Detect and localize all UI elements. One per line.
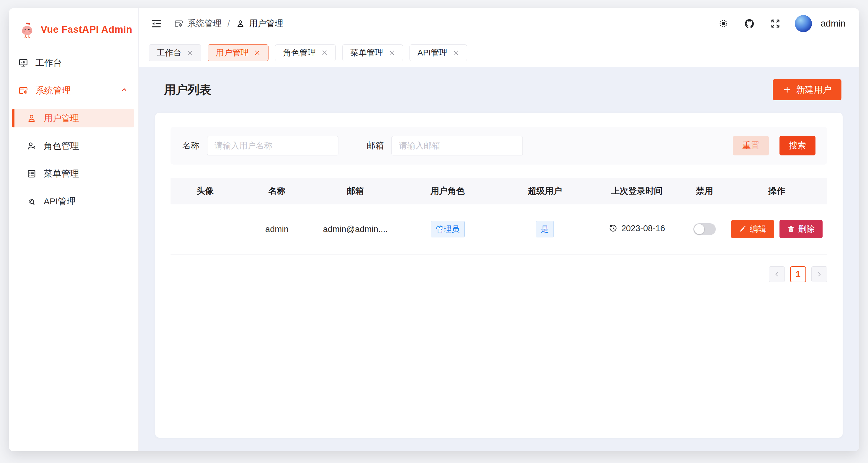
trash-icon bbox=[787, 225, 795, 233]
top-header: 系统管理 / 用户管理 bbox=[139, 8, 859, 39]
close-icon[interactable] bbox=[254, 49, 260, 56]
user-icon bbox=[27, 113, 37, 123]
sidebar-menu: 工作台 系统管理 用户管理 bbox=[9, 54, 138, 220]
tab-label: 菜单管理 bbox=[350, 47, 383, 58]
prev-page-button[interactable] bbox=[769, 266, 785, 282]
email-filter-label: 邮箱 bbox=[367, 140, 384, 152]
app-title: Vue FastAPI Admin bbox=[41, 24, 132, 35]
delete-button[interactable]: 删除 bbox=[779, 220, 823, 238]
disabled-cell bbox=[683, 204, 726, 254]
user-list-panel: 名称 邮箱 重置 搜索 头像 名称 邮箱 bbox=[155, 113, 843, 438]
sidebar-item-menus[interactable]: 菜单管理 bbox=[12, 165, 134, 183]
last-login-value: 2023-08-16 bbox=[621, 224, 665, 233]
actions-cell: 编辑 删除 bbox=[726, 204, 827, 254]
menu-list-icon bbox=[27, 169, 37, 179]
breadcrumb-item-users[interactable]: 用户管理 bbox=[236, 18, 283, 30]
api-plug-icon bbox=[27, 196, 37, 206]
workbench-icon bbox=[18, 58, 28, 68]
sidebar-item-users[interactable]: 用户管理 bbox=[12, 109, 134, 127]
col-actions: 操作 bbox=[726, 178, 827, 204]
tab-label: 用户管理 bbox=[216, 47, 249, 58]
col-name: 名称 bbox=[240, 178, 314, 204]
add-user-label: 新建用户 bbox=[796, 84, 831, 96]
sidebar-item-workbench[interactable]: 工作台 bbox=[12, 54, 134, 72]
tab-menus[interactable]: 菜单管理 bbox=[342, 44, 403, 61]
toggle-knob bbox=[694, 224, 704, 234]
tab-users[interactable]: 用户管理 bbox=[208, 44, 269, 61]
app-window: Vue FastAPI Admin 工作台 系统管理 bbox=[9, 8, 859, 451]
edit-button[interactable]: 编辑 bbox=[731, 220, 774, 238]
breadcrumb-separator: / bbox=[227, 19, 230, 29]
breadcrumb: 系统管理 / 用户管理 bbox=[174, 18, 283, 30]
system-icon bbox=[174, 19, 184, 28]
filter-bar: 名称 邮箱 重置 搜索 bbox=[170, 127, 827, 165]
system-icon bbox=[18, 86, 28, 96]
main-area: 系统管理 / 用户管理 bbox=[139, 8, 859, 451]
col-superuser: 超级用户 bbox=[499, 178, 591, 204]
name-filter-label: 名称 bbox=[182, 140, 199, 152]
role-cell: 管理员 bbox=[397, 204, 499, 254]
disabled-toggle[interactable] bbox=[693, 223, 716, 235]
user-avatar[interactable] bbox=[795, 15, 812, 32]
sidebar-item-system[interactable]: 系统管理 bbox=[12, 81, 134, 100]
tab-bar: 工作台 用户管理 角色管理 菜单管理 bbox=[139, 39, 859, 67]
tab-label: API管理 bbox=[417, 47, 447, 58]
delete-label: 删除 bbox=[798, 224, 815, 235]
role-tag[interactable]: 管理员 bbox=[431, 221, 465, 237]
breadcrumb-label: 系统管理 bbox=[187, 18, 222, 30]
pencil-icon bbox=[739, 225, 746, 233]
sidebar-item-api[interactable]: API管理 bbox=[12, 192, 134, 210]
search-button[interactable]: 搜索 bbox=[779, 136, 815, 156]
close-icon[interactable] bbox=[187, 49, 193, 56]
page-content: 用户列表 新建用户 名称 邮箱 重置 搜索 bbox=[139, 67, 859, 451]
sidebar-item-label: 工作台 bbox=[35, 57, 62, 69]
table-header-row: 头像 名称 邮箱 用户角色 超级用户 上次登录时间 禁用 操作 bbox=[170, 178, 827, 204]
sidebar: Vue FastAPI Admin 工作台 系统管理 bbox=[9, 8, 139, 451]
chevron-right-icon bbox=[816, 271, 823, 278]
sidebar-item-label: 角色管理 bbox=[44, 140, 79, 152]
breadcrumb-item-system[interactable]: 系统管理 bbox=[174, 18, 222, 30]
close-icon[interactable] bbox=[389, 49, 395, 56]
superuser-tag[interactable]: 是 bbox=[536, 221, 554, 237]
col-role: 用户角色 bbox=[397, 178, 499, 204]
close-icon[interactable] bbox=[453, 49, 459, 56]
plus-icon bbox=[783, 85, 792, 94]
clock-history-icon bbox=[609, 224, 618, 233]
next-page-button[interactable] bbox=[811, 266, 827, 282]
chick-mascot-icon bbox=[19, 21, 35, 38]
role-icon bbox=[27, 141, 37, 151]
breadcrumb-label: 用户管理 bbox=[249, 18, 283, 30]
users-table: 头像 名称 邮箱 用户角色 超级用户 上次登录时间 禁用 操作 bbox=[170, 178, 827, 255]
name-filter-input[interactable] bbox=[207, 136, 338, 156]
email-cell: admin@admin.... bbox=[314, 204, 396, 254]
sidebar-item-roles[interactable]: 角色管理 bbox=[12, 137, 134, 155]
page-number-button[interactable]: 1 bbox=[790, 266, 806, 282]
add-user-button[interactable]: 新建用户 bbox=[773, 79, 841, 100]
pagination: 1 bbox=[170, 266, 827, 282]
reset-button[interactable]: 重置 bbox=[733, 136, 769, 156]
sidebar-collapse-icon[interactable] bbox=[150, 17, 163, 30]
tab-roles[interactable]: 角色管理 bbox=[275, 44, 336, 61]
last-login-cell: 2023-08-16 bbox=[591, 204, 683, 254]
col-email: 邮箱 bbox=[314, 178, 396, 204]
name-cell: admin bbox=[240, 204, 314, 254]
col-last-login: 上次登录时间 bbox=[591, 178, 683, 204]
app-logo[interactable]: Vue FastAPI Admin bbox=[9, 17, 138, 42]
tab-label: 工作台 bbox=[157, 47, 181, 58]
close-icon[interactable] bbox=[321, 49, 328, 56]
sidebar-item-label: API管理 bbox=[44, 196, 75, 208]
tab-workbench[interactable]: 工作台 bbox=[149, 44, 201, 61]
chevron-left-icon bbox=[773, 271, 780, 278]
github-icon[interactable] bbox=[743, 17, 756, 30]
page-header: 用户列表 新建用户 bbox=[155, 79, 843, 100]
page-title: 用户列表 bbox=[164, 82, 211, 98]
theme-sun-icon[interactable] bbox=[717, 17, 730, 30]
tab-api[interactable]: API管理 bbox=[409, 44, 467, 61]
fullscreen-icon[interactable] bbox=[769, 17, 782, 30]
chevron-up-icon bbox=[120, 86, 128, 96]
col-disabled: 禁用 bbox=[683, 178, 726, 204]
tab-label: 角色管理 bbox=[283, 47, 316, 58]
username-label[interactable]: admin bbox=[821, 18, 845, 29]
email-filter-input[interactable] bbox=[392, 136, 523, 156]
sidebar-item-label: 菜单管理 bbox=[44, 168, 79, 180]
